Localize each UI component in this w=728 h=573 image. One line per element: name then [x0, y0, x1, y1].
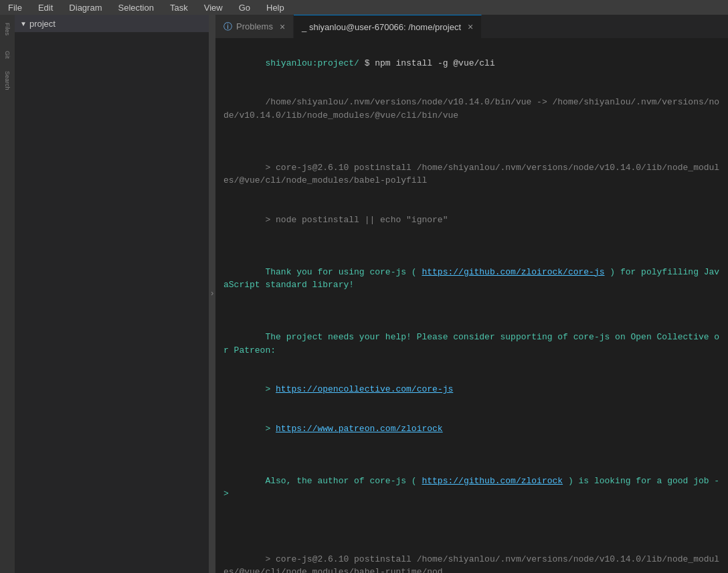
terminal-blank [223, 448, 720, 462]
menu-view[interactable]: View [201, 1, 225, 14]
menu-task[interactable]: Task [167, 1, 191, 14]
file-panel-header: ▼ project [15, 15, 209, 32]
tab-terminal[interactable]: _ shiyanlou@user-670066: /home/project × [294, 15, 482, 38]
menu-diagram[interactable]: Diagram [66, 1, 104, 14]
terminal-cmd: $ npm install -g @vue/cli [359, 58, 495, 68]
terminal-line: > https://opencollective.com/core-js [223, 370, 720, 410]
terminal-output: > core-js@2.6.10 postinstall /home/shiya… [223, 554, 719, 574]
terminal-line: shiyanlou:project/ $ npm install -g @vue… [223, 44, 720, 83]
terminal-blank [223, 527, 720, 540]
terminal-line: /home/shiyanlou/.nvm/versions/node/v10.1… [223, 83, 720, 135]
file-explorer-panel: ▼ project [15, 15, 209, 573]
terminal-blank [223, 240, 720, 253]
terminal-line: > core-js@2.6.10 postinstall /home/shiya… [223, 148, 720, 200]
chevron-right-icon: › [209, 289, 214, 299]
terminal-output: > core-js@2.6.10 postinstall /home/shiya… [223, 163, 719, 186]
main-area: Files Git Search ▼ project › ⓘ Problems … [0, 15, 728, 573]
sidebar-git-icon[interactable]: Git [1, 43, 14, 67]
terminal-line: The project needs your help! Please cons… [223, 318, 720, 370]
terminal-line: Thank you for using core-js ( https://gi… [223, 252, 720, 305]
folder-expand-icon: ▼ [20, 20, 27, 27]
tabs-bar: ⓘ Problems × _ shiyanlou@user-670066: /h… [215, 15, 728, 38]
content-area: ⓘ Problems × _ shiyanlou@user-670066: /h… [215, 15, 728, 573]
terminal-line: > core-js@2.6.10 postinstall /home/shiya… [223, 540, 720, 573]
terminal-line: Also, the author of core-js ( https://gi… [223, 461, 720, 513]
sidebar-files-icon[interactable]: Files [1, 17, 14, 42]
tab-terminal-close[interactable]: × [468, 21, 473, 32]
terminal-output: Also, the author of core-js ( https://gi… [223, 476, 719, 499]
tab-problems-label: Problems [236, 21, 273, 31]
panel-collapse-handle[interactable]: › [209, 15, 215, 573]
terminal-line: > https://www.patreon.com/zloirock [223, 409, 720, 448]
terminal-output: The project needs your help! Please cons… [223, 332, 719, 355]
project-folder-label[interactable]: project [29, 19, 56, 29]
terminal-output: Thank you for using core-js ( https://gi… [223, 267, 719, 291]
sidebar-search-icon[interactable]: Search [1, 68, 14, 92]
terminal-prompt: shiyanlou:project/ [265, 58, 359, 68]
terminal-line: > node postinstall || echo "ignore" [223, 200, 720, 240]
tab-terminal-label: _ shiyanlou@user-670066: /home/project [302, 22, 461, 32]
terminal-output: > https://opencollective.com/core-js [265, 384, 453, 394]
tab-problems-close[interactable]: × [280, 21, 285, 32]
terminal-output: /home/shiyanlou/.nvm/versions/node/v10.1… [223, 97, 719, 120]
menu-selection[interactable]: Selection [115, 1, 156, 14]
terminal-blank [223, 135, 720, 149]
menu-file[interactable]: File [5, 1, 25, 14]
menu-edit[interactable]: Edit [35, 1, 56, 14]
sidebar: Files Git Search [0, 15, 15, 573]
tab-problems[interactable]: ⓘ Problems × [215, 15, 294, 38]
terminal-blank [223, 513, 720, 527]
info-icon: ⓘ [223, 21, 232, 33]
terminal-panel[interactable]: shiyanlou:project/ $ npm install -g @vue… [215, 38, 728, 573]
terminal-output: > https://www.patreon.com/zloirock [265, 424, 442, 434]
menu-help[interactable]: Help [264, 1, 287, 14]
terminal-blank [223, 305, 720, 318]
menu-go[interactable]: Go [236, 1, 253, 14]
terminal-output: > node postinstall || echo "ignore" [265, 215, 448, 225]
menubar: File Edit Diagram Selection Task View Go… [0, 0, 728, 15]
